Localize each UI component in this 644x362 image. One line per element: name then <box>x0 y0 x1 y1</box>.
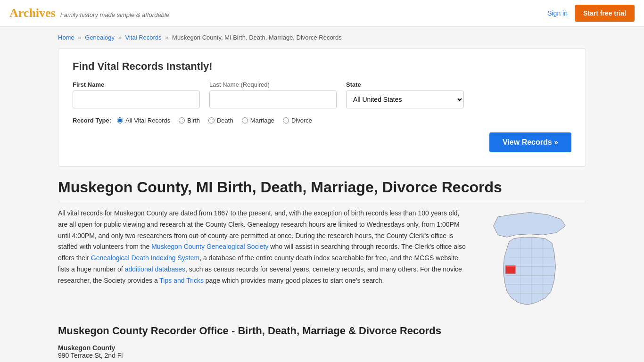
main-text: All vital records for Muskegon County ar… <box>58 208 471 313</box>
header-right: Sign in Start free trial <box>547 5 635 22</box>
record-type-label: Record Type: <box>73 117 111 124</box>
mcgs-link[interactable]: Muskegon County Genealogical Society <box>151 243 268 250</box>
search-fields: First Name Last Name (Required) State Al… <box>73 81 571 108</box>
first-name-input[interactable] <box>73 90 200 108</box>
header-left: Archives Family history made simple & af… <box>9 6 169 20</box>
first-name-label: First Name <box>73 81 200 88</box>
radio-death-input[interactable] <box>208 117 215 123</box>
last-name-field-group: Last Name (Required) <box>209 81 337 108</box>
breadcrumb-sep-1: » <box>78 34 81 41</box>
site-logo: Archives <box>9 6 56 20</box>
svg-rect-0 <box>505 265 515 273</box>
signin-link[interactable]: Sign in <box>547 9 568 17</box>
view-records-button[interactable]: View Records » <box>489 132 571 152</box>
breadcrumb-current: Muskegon County, MI Birth, Death, Marria… <box>172 34 342 41</box>
breadcrumb-vital-records[interactable]: Vital Records <box>125 34 162 41</box>
first-name-field-group: First Name <box>73 81 200 108</box>
state-select[interactable]: All United States Alabama Alaska Arizona… <box>346 90 464 108</box>
page-title: Muskegon County, MI Birth, Death, Marria… <box>58 179 586 202</box>
map-container <box>482 208 586 313</box>
site-header: Archives Family history made simple & af… <box>0 0 644 27</box>
search-box: Find Vital Records Instantly! First Name… <box>58 48 586 167</box>
search-footer: View Records » <box>73 132 571 152</box>
recorder-section-title: Muskegon County Recorder Office - Birth,… <box>58 325 586 337</box>
radio-divorce-input[interactable] <box>283 117 289 123</box>
last-name-label: Last Name (Required) <box>209 81 337 88</box>
state-label: State <box>346 81 464 88</box>
radio-birth-input[interactable] <box>179 117 185 123</box>
breadcrumb-sep-2: » <box>118 34 122 41</box>
search-title: Find Vital Records Instantly! <box>73 60 571 73</box>
breadcrumb: Home » Genealogy » Vital Records » Muske… <box>58 34 586 41</box>
intro-paragraph: All vital records for Muskegon County ar… <box>58 208 471 287</box>
additional-db-link[interactable]: additional databases <box>125 265 185 273</box>
radio-all-vital[interactable]: All Vital Records <box>117 117 170 124</box>
radio-all-vital-input[interactable] <box>117 117 123 123</box>
radio-birth[interactable]: Birth <box>179 117 200 124</box>
breadcrumb-genealogy[interactable]: Genealogy <box>85 34 115 41</box>
michigan-map <box>482 208 577 312</box>
start-trial-button[interactable]: Start free trial <box>575 5 635 22</box>
radio-marriage[interactable]: Marriage <box>242 117 274 124</box>
header-tagline: Family history made simple & affordable <box>60 11 169 18</box>
tips-tricks-link[interactable]: Tips and Tricks <box>159 277 204 284</box>
main-content: All vital records for Muskegon County ar… <box>58 208 586 313</box>
last-name-input[interactable] <box>209 90 337 108</box>
radio-group: All Vital Records Birth Death Marriage D… <box>117 117 312 124</box>
county-name: Muskegon County <box>58 344 586 352</box>
state-field-group: State All United States Alabama Alaska A… <box>346 81 464 108</box>
death-index-link[interactable]: Genealogical Death Indexing System <box>91 254 199 262</box>
radio-marriage-input[interactable] <box>242 117 248 123</box>
breadcrumb-home[interactable]: Home <box>58 34 74 41</box>
breadcrumb-sep-3: » <box>165 34 168 41</box>
record-type-row: Record Type: All Vital Records Birth Dea… <box>73 117 571 124</box>
radio-divorce[interactable]: Divorce <box>283 117 312 124</box>
county-address: 990 Terrace St, 2nd Fl <box>58 352 586 359</box>
page-content: Home » Genealogy » Vital Records » Muske… <box>49 27 595 362</box>
radio-death[interactable]: Death <box>208 117 233 124</box>
